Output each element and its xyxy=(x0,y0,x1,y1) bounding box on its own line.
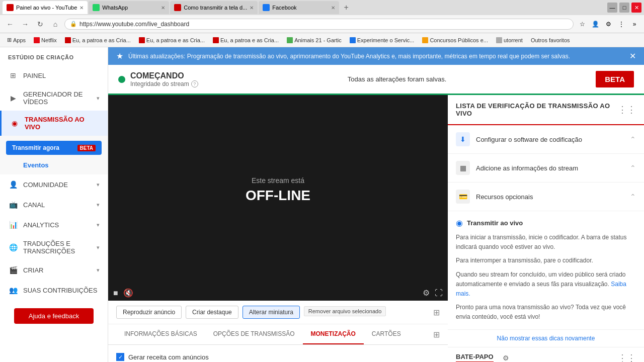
system-clock[interactable]: PT 15:38 08/12/2016 xyxy=(599,359,626,362)
integrity-help-icon[interactable]: ? xyxy=(191,80,198,87)
status-dot xyxy=(118,76,125,83)
video-stop-button[interactable]: ■ xyxy=(113,289,118,298)
video-fullscreen-button[interactable]: ⛶ xyxy=(435,289,443,298)
sidebar-item-criar[interactable]: 🎬 CRIAR ▾ xyxy=(0,260,108,280)
tab-close-youtube[interactable]: ✕ xyxy=(79,5,84,11)
checklist-menu-icon[interactable]: ⋮⋮ xyxy=(618,104,636,115)
sidebar-sub-eventos[interactable]: Eventos xyxy=(0,158,108,172)
bookmark-netflix[interactable]: Netflix xyxy=(31,36,60,44)
tab-youtube[interactable]: Painel ao vivo - YouTube ✕ xyxy=(3,1,88,14)
system-lang: PT xyxy=(599,359,626,362)
tab-close-wa[interactable]: ✕ xyxy=(161,5,165,11)
comunidade-icon: 👤 xyxy=(8,179,18,190)
bookmark-apps[interactable]: ⊞ Apps xyxy=(4,36,29,44)
profile-icon[interactable]: 👤 xyxy=(590,19,601,30)
tab-close-fb[interactable]: ✕ xyxy=(331,5,335,11)
back-button[interactable]: ← xyxy=(4,18,16,30)
transmissao-icon: ◉ xyxy=(10,118,20,128)
alterar-miniatura-button[interactable]: Alterar miniatura xyxy=(243,306,300,319)
bookmarks-bar: ⊞ Apps Netflix Eu, a patroa e as Cria...… xyxy=(0,33,644,47)
bookmark-star-icon[interactable]: ☆ xyxy=(577,19,588,30)
minimize-button[interactable]: — xyxy=(607,3,617,13)
no-show-button[interactable]: Não mostrar essas dicas novamente xyxy=(448,330,644,347)
transmit-now-label: Transmitir agora xyxy=(12,144,59,151)
checklist-software-label: Configurar o software de codificação xyxy=(476,136,624,143)
traducoes-icon: 🌐 xyxy=(8,242,18,252)
close-button[interactable]: ✕ xyxy=(631,3,641,13)
tab-facebook[interactable]: Facebook ✕ xyxy=(259,1,339,14)
stream-status-title: COMEÇANDO xyxy=(130,71,198,80)
expand-icon[interactable]: » xyxy=(629,19,640,30)
reload-button[interactable]: ↻ xyxy=(34,18,46,30)
url-bar[interactable]: 🔒 https://www.youtube.com/live_dashboard xyxy=(64,19,574,30)
bookmark-outros[interactable]: Outros favoritos xyxy=(528,36,573,44)
checklist-recursos-arrow: ⌃ xyxy=(630,193,636,201)
bookmark-animais[interactable]: Animais 21 - Gartic xyxy=(284,36,345,44)
bookmark-eu3[interactable]: Eu, a patroa e as Cria... xyxy=(210,36,282,44)
video-settings-button[interactable]: ⚙ xyxy=(423,288,430,298)
sidebar-item-gerenciador[interactable]: ▶ GERENCIADOR DE VÍDEOS ▾ xyxy=(0,85,108,111)
checklist-informacoes-label: Adicione as informações do stream xyxy=(476,164,624,172)
tab-close-como[interactable]: ✕ xyxy=(250,5,254,11)
receita-checkbox[interactable]: ✓ xyxy=(116,353,124,361)
sidebar-item-transmissao[interactable]: ◉ TRANSMISSÃO AO VIVO xyxy=(0,111,108,136)
notification-banner: ★ Últimas atualizações: Programação de t… xyxy=(108,47,644,65)
reproduzir-button[interactable]: Reproduzir anúncio xyxy=(116,306,182,319)
sidebar-item-traducoes[interactable]: 🌐 TRADUÇÕES E TRANSCRIÇÕES ▾ xyxy=(0,235,108,260)
bookmark-utorrent[interactable]: utorrent xyxy=(493,36,526,44)
bookmark-eu2-favicon xyxy=(139,37,145,43)
transmit-para2: Para interromper a transmissão, pare o c… xyxy=(456,256,636,265)
help-feedback-button[interactable]: Ajuda e feedback xyxy=(14,308,94,324)
tab-monetizacao[interactable]: MONETIZAÇÃO xyxy=(303,324,364,344)
notification-close-button[interactable]: ✕ xyxy=(629,51,636,61)
stream-status-left: COMEÇANDO Integridade do stream ? xyxy=(118,71,198,87)
beta-button[interactable]: BETA xyxy=(596,71,634,87)
notification-text: Últimas atualizações: Programação de tra… xyxy=(128,53,624,60)
offline-small-text: Este stream está xyxy=(252,176,304,185)
tab-opcoes-transmissao[interactable]: OPÇÕES DE TRANSMISSÃO xyxy=(205,324,303,344)
extensions-icon[interactable]: ⚙ xyxy=(603,19,614,30)
transmit-now-button[interactable]: Transmitir agora BETA xyxy=(6,141,102,155)
menu-icon[interactable]: ⋮ xyxy=(616,19,627,30)
sidebar-item-comunidade[interactable]: 👤 COMUNIDADE ▾ xyxy=(0,174,108,195)
bookmark-utorrent-label: utorrent xyxy=(504,37,523,43)
bookmark-experimente-favicon xyxy=(350,37,356,43)
bookmark-experimente[interactable]: Experimente o Servic... xyxy=(347,36,418,44)
new-tab-button[interactable]: + xyxy=(340,2,352,14)
tabs-grid-icon[interactable]: ⊞ xyxy=(433,330,440,339)
tab-info-basicas[interactable]: INFORMAÇÕES BÁSICAS xyxy=(116,324,205,344)
sidebar-item-analytics[interactable]: 📊 ANALYTICS ▾ xyxy=(0,215,108,235)
action-bar-grid-icon[interactable]: ⊞ xyxy=(433,308,440,317)
bookmark-utorrent-favicon xyxy=(496,37,502,43)
bookmark-eu1[interactable]: Eu, a patroa e as Cria... xyxy=(62,36,134,44)
criar-chevron: ▾ xyxy=(97,267,100,274)
tab-favicon-wa xyxy=(93,4,100,11)
bookmark-concursos[interactable]: Concursos Públicos e... xyxy=(419,36,491,44)
canal-chevron: ▾ xyxy=(97,202,100,208)
tab-como[interactable]: Como transmitir a tela d... ✕ xyxy=(170,1,258,14)
eventos-label: Eventos xyxy=(23,161,49,169)
sidebar-item-contribuicoes[interactable]: 👥 SUAS CONTRIBUIÇÕES xyxy=(0,280,108,300)
checklist-item-informacoes[interactable]: ▦ Adicione as informações do stream ⌃ xyxy=(448,154,644,183)
traducoes-chevron: ▾ xyxy=(97,244,100,251)
checklist-item-software[interactable]: ⬇ Configurar o software de codificação ⌃ xyxy=(448,125,644,154)
sidebar-item-painel[interactable]: ⊞ PAINEL xyxy=(0,65,108,85)
bookmark-netflix-label: Netflix xyxy=(41,37,57,43)
tab-cartoes[interactable]: CARTÕES xyxy=(364,324,409,344)
home-button[interactable]: ⌂ xyxy=(49,18,61,30)
video-content: Este stream está OFF-LINE xyxy=(108,95,448,285)
tab-whatsapp[interactable]: WhatsApp ✕ xyxy=(89,1,169,14)
sidebar-item-canal[interactable]: 📺 CANAL ▾ xyxy=(0,195,108,215)
criar-destaque-button[interactable]: Criar destaque xyxy=(186,306,238,319)
bookmark-eu2[interactable]: Eu, a patroa e as Cria... xyxy=(136,36,208,44)
forward-button[interactable]: → xyxy=(19,18,31,30)
transmit-live-icon: ◉ xyxy=(456,218,463,228)
analytics-chevron: ▾ xyxy=(97,222,100,228)
checklist-item-recursos[interactable]: 💳 Recursos opcionais ⌃ xyxy=(448,183,644,211)
video-controls: ■ 🔇 ⚙ ⛶ xyxy=(108,285,448,301)
video-mute-button[interactable]: 🔇 xyxy=(123,288,133,298)
bate-papo-settings-icon[interactable]: ⚙ xyxy=(503,354,509,362)
transmit-live-body1: Para iniciar a transmissão, inicie o cod… xyxy=(456,233,636,322)
maximize-button[interactable]: □ xyxy=(619,3,629,13)
app-container: ESTÚDIO DE CRIAÇÃO ⊞ PAINEL ▶ GERENCIADO… xyxy=(0,47,644,362)
